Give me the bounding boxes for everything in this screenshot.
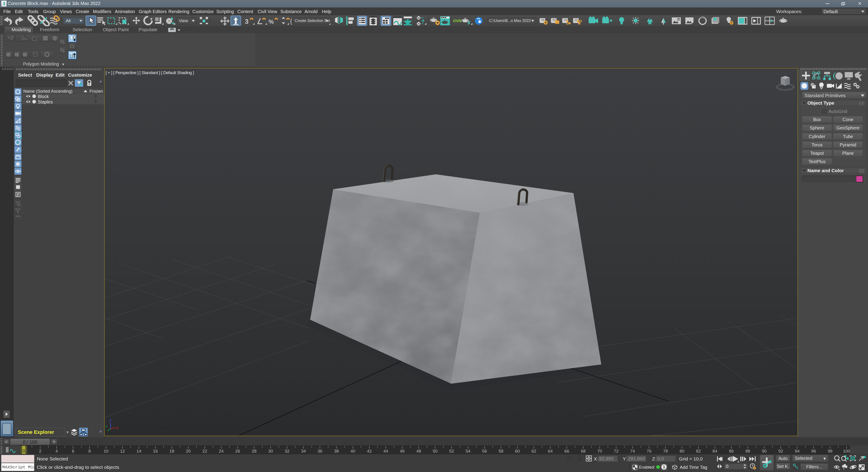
svg-text:%: %: [269, 18, 274, 25]
svg-text:58: 58: [499, 449, 503, 453]
svg-text:22: 22: [202, 449, 207, 453]
svg-text:72: 72: [614, 449, 618, 453]
svg-text:Z: Z: [110, 418, 112, 422]
svg-text:94: 94: [795, 449, 800, 453]
svg-text:98: 98: [828, 449, 833, 453]
svg-text:92: 92: [778, 449, 783, 453]
svg-text:16: 16: [153, 449, 158, 453]
svg-text:76: 76: [647, 449, 651, 453]
svg-text:26: 26: [235, 449, 240, 453]
svg-text:40: 40: [350, 449, 355, 453]
svg-text:C:\Users\B...s Max 2022: C:\Users\B...s Max 2022: [489, 19, 531, 23]
svg-text:Y: Y: [105, 424, 107, 429]
svg-text:54: 54: [466, 449, 471, 453]
svg-text:20: 20: [186, 449, 191, 453]
svg-text:66: 66: [564, 449, 569, 453]
svg-text:60: 60: [515, 449, 520, 453]
svg-text:12: 12: [120, 449, 125, 453]
svg-text:84: 84: [712, 449, 717, 453]
svg-text:78: 78: [663, 449, 668, 453]
svg-text:68: 68: [581, 449, 586, 453]
svg-text:44: 44: [383, 449, 388, 453]
svg-text:74: 74: [630, 449, 635, 453]
svg-text:88: 88: [745, 449, 750, 453]
svg-text:42: 42: [367, 449, 372, 453]
svg-text:10: 10: [103, 449, 108, 453]
svg-text:48: 48: [416, 449, 421, 453]
svg-text:82: 82: [696, 449, 701, 453]
svg-text:X: X: [116, 426, 119, 430]
svg-text:38: 38: [334, 449, 339, 453]
svg-text:OVN: OVN: [453, 19, 462, 23]
svg-text:52: 52: [449, 449, 454, 453]
svg-text:0: 0: [22, 448, 25, 453]
svg-text:All: All: [66, 18, 70, 23]
svg-text:62: 62: [531, 449, 536, 453]
svg-text:24: 24: [219, 449, 224, 453]
svg-text:50: 50: [433, 449, 437, 453]
svg-text:46: 46: [400, 449, 405, 453]
svg-text:{: {: [290, 18, 292, 25]
svg-text:100: 100: [843, 449, 850, 453]
svg-text:86: 86: [729, 449, 734, 453]
svg-text:Create Selection Set: Create Selection Set: [295, 19, 330, 23]
svg-text:80: 80: [680, 449, 684, 453]
svg-text:8: 8: [88, 449, 91, 453]
svg-text:28: 28: [252, 449, 256, 453]
svg-text:30: 30: [268, 449, 273, 453]
svg-text:56: 56: [482, 449, 487, 453]
svg-text:70: 70: [597, 449, 602, 453]
svg-text:18: 18: [169, 449, 174, 453]
svg-text:90: 90: [762, 449, 767, 453]
svg-text:14: 14: [136, 449, 142, 453]
svg-text:96: 96: [811, 449, 816, 453]
svg-text:32: 32: [285, 449, 289, 453]
svg-text:64: 64: [548, 449, 553, 453]
svg-text:34: 34: [301, 449, 306, 453]
svg-text:6: 6: [72, 449, 74, 453]
svg-text:View: View: [179, 18, 188, 23]
svg-text:2: 2: [39, 449, 41, 453]
svg-text:3: 3: [245, 18, 249, 25]
svg-text:36: 36: [318, 449, 322, 453]
svg-text:4: 4: [55, 449, 58, 453]
